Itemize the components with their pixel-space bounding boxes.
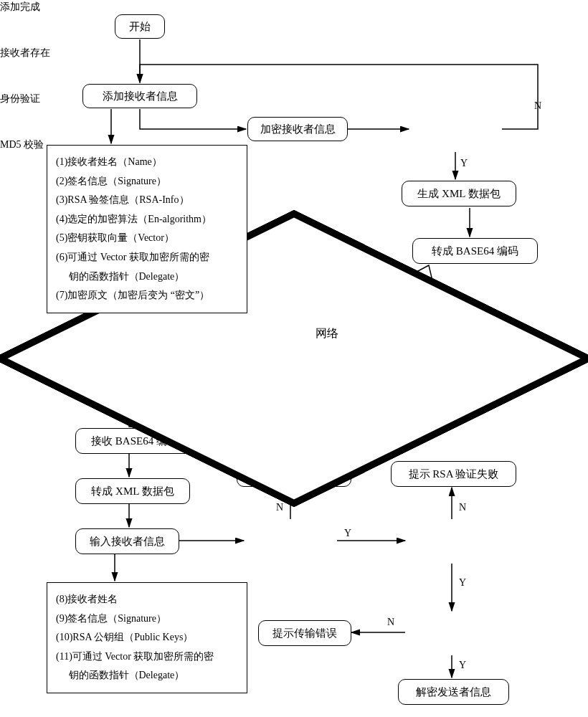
sender-info-box: (1)接收者姓名（Name） (2)签名信息（Signature） (3)RSA…	[47, 145, 247, 313]
info1-l1: (1)接收者姓名（Name）	[56, 153, 238, 172]
md5-check-label: MD5 校验	[0, 139, 44, 150]
add-done-label: 添加完成	[0, 1, 40, 12]
info1-l2: (2)签名信息（Signature）	[56, 172, 238, 191]
info1-l6: (6)可通过 Vector 获取加密所需的密	[56, 248, 238, 267]
label-n4: N	[387, 617, 394, 628]
info1-l5: (5)密钥获取向量（Vector）	[56, 229, 238, 248]
label-y1: Y	[460, 158, 468, 169]
label-n2: N	[276, 502, 283, 513]
info2-l4b: 钥的函数指针（Delegate）	[56, 666, 238, 685]
info1-l4: (4)选定的加密算法（En-algorithm）	[56, 210, 238, 229]
receiver-exist-label: 接收者存在	[0, 47, 50, 58]
label-y3: Y	[459, 577, 466, 589]
info1-l3: (3)RSA 验签信息（RSA-Info）	[56, 191, 238, 210]
receiver-info-box: (8)接收者姓名 (9)签名信息（Signature） (10)RSA 公钥组（…	[47, 582, 247, 693]
info1-l7: (7)加密原文（加密后变为 “密文”）	[56, 286, 238, 305]
info1-l6b: 钥的函数指针（Delegate）	[56, 267, 238, 287]
label-n1: N	[534, 100, 541, 112]
label-y4: Y	[459, 660, 466, 671]
network-label: 网络	[316, 326, 338, 341]
label-n3: N	[459, 502, 466, 513]
info2-l2: (9)签名信息（Signature）	[56, 609, 238, 629]
info2-l4: (11)可通过 Vector 获取加密所需的密	[56, 647, 238, 667]
decrypt-sender-node: 解密发送者信息	[398, 679, 509, 705]
info2-l1: (8)接收者姓名	[56, 590, 238, 609]
identity-verify-label: 身份验证	[0, 93, 40, 104]
label-y2: Y	[344, 528, 351, 539]
info2-l3: (10)RSA 公钥组（Public Keys）	[56, 628, 238, 647]
